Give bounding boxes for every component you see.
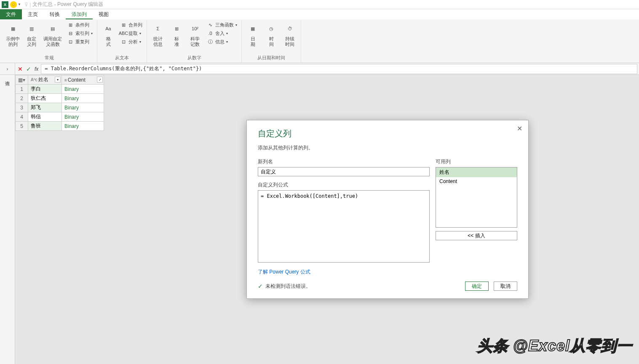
standard-button[interactable]: ⊞标 准: [168, 21, 185, 54]
group-text: Aa格 式 ⊞合并列 ABC提取▾ ⊡分析▾ 从文本: [97, 20, 147, 63]
queries-pane-collapsed[interactable]: 查询: [0, 75, 15, 364]
tab-transform[interactable]: 转换: [44, 9, 66, 19]
watermark: 头条 @Excel从零到一: [477, 336, 632, 356]
column-header-name[interactable]: Aᵇc姓名▾: [28, 75, 62, 85]
group-label-datetime: 从日期和时间: [244, 54, 298, 62]
time-button[interactable]: ◷时 间: [263, 21, 280, 54]
title-bar: X ☺ ▼ ⊽ | 文件汇总 - Power Query 编辑器: [0, 0, 639, 9]
new-column-name-label: 新列名: [258, 158, 430, 165]
table-row[interactable]: 4韩信Binary: [16, 112, 104, 122]
table-row[interactable]: 1李白Binary: [16, 85, 104, 94]
statistics-button[interactable]: Σ统计 信息: [150, 21, 166, 54]
ribbon-tabs: 文件 主页 转换 添加列 视图: [0, 9, 639, 19]
extract-button[interactable]: ABC提取▾: [118, 29, 144, 37]
parse-button[interactable]: ⊡分析▾: [118, 38, 144, 45]
data-grid: ▦▾ Aᵇc姓名▾ ≡Content⤢ 1李白Binary 2狄仁杰Binary…: [15, 75, 104, 131]
group-label-text: 从文本: [100, 54, 144, 62]
list-item[interactable]: Content: [436, 177, 517, 186]
filter-icon[interactable]: ▾: [55, 77, 61, 82]
group-number: Σ统计 信息 ⊞标 准 10²科学 记数 ∿三角函数▾ .0舍入▾ ⓘ信息▾ 从…: [147, 20, 242, 63]
column-header-content[interactable]: ≡Content⤢: [62, 75, 104, 85]
merge-columns-button[interactable]: ⊞合并列: [118, 21, 144, 29]
data-grid-wrap: ▦▾ Aᵇc姓名▾ ≡Content⤢ 1李白Binary 2狄仁杰Binary…: [15, 75, 104, 364]
custom-column-button[interactable]: ▥自定 义列: [23, 21, 40, 54]
formula-input[interactable]: [41, 64, 637, 74]
index-column-button[interactable]: ⊟索引列▾: [65, 29, 94, 37]
table-row[interactable]: 2狄仁杰Binary: [16, 94, 104, 103]
group-label-number: 从数字: [150, 54, 239, 62]
tab-file[interactable]: 文件: [0, 9, 22, 19]
smiley-icon[interactable]: ☺: [10, 1, 17, 8]
duplicate-column-button[interactable]: ⊡重复列: [65, 38, 94, 45]
formula-bar: › ✕ ✓ fx: [0, 63, 639, 75]
tab-home[interactable]: 主页: [22, 9, 44, 19]
insert-button[interactable]: << 插入: [436, 231, 517, 240]
excel-icon: X: [2, 1, 8, 8]
trigonometry-button[interactable]: ∿三角函数▾: [205, 21, 239, 29]
tab-add-column[interactable]: 添加列: [66, 9, 93, 19]
table-row[interactable]: 5鲁班Binary: [16, 122, 104, 131]
rounding-button[interactable]: .0舍入▾: [205, 29, 239, 37]
column-from-examples-button[interactable]: ▦示例中 的列: [4, 21, 21, 54]
tab-view[interactable]: 视图: [93, 9, 115, 19]
expand-icon[interactable]: ⤢: [97, 77, 103, 82]
cancel-formula-icon[interactable]: ✕: [18, 66, 23, 72]
qat-dropdown-icon[interactable]: ▼: [18, 3, 21, 6]
available-columns-list[interactable]: 姓名 Content: [436, 167, 517, 228]
accept-formula-icon[interactable]: ✓: [26, 66, 31, 72]
duration-button[interactable]: ⏱持续 时间: [281, 21, 298, 54]
available-columns-label: 可用列: [436, 158, 517, 165]
table-row[interactable]: 3郑飞Binary: [16, 103, 104, 112]
document-title: 文件汇总: [32, 1, 53, 8]
date-button[interactable]: ▦日 期: [244, 21, 261, 54]
group-label-general: 常规: [4, 54, 94, 62]
information-button[interactable]: ⓘ信息▾: [205, 38, 239, 45]
cancel-button[interactable]: 取消: [494, 282, 517, 291]
learn-more-link[interactable]: 了解 Power Query 公式: [258, 268, 310, 276]
queries-pane-toggle[interactable]: ›: [0, 63, 15, 74]
list-item[interactable]: 姓名: [436, 167, 517, 177]
app-title: Power Query 编辑器: [57, 1, 103, 8]
formula-textarea[interactable]: [258, 190, 430, 263]
table-corner[interactable]: ▦▾: [16, 75, 28, 85]
group-general: ▦示例中 的列 ▥自定 义列 ▤调用自定 义函数 ⊞条件列 ⊟索引列▾ ⊡重复列…: [2, 20, 97, 63]
formula-label: 自定义列公式: [258, 181, 430, 189]
custom-column-dialog: ✕ 自定义列 添加从其他列计算的列。 新列名 自定义列公式 了解 Power Q…: [246, 120, 529, 299]
dialog-title: 自定义列: [258, 128, 517, 139]
dialog-subtitle: 添加从其他列计算的列。: [258, 144, 517, 151]
conditional-column-button[interactable]: ⊞条件列: [65, 21, 94, 29]
format-button[interactable]: Aa格 式: [100, 21, 117, 54]
ok-button[interactable]: 确定: [465, 282, 489, 291]
ribbon: ▦示例中 的列 ▥自定 义列 ▤调用自定 义函数 ⊞条件列 ⊟索引列▾ ⊡重复列…: [0, 19, 639, 63]
group-datetime: ▦日 期 ◷时 间 ⏱持续 时间 从日期和时间: [242, 20, 301, 63]
invoke-custom-function-button[interactable]: ▤调用自定 义函数: [42, 21, 64, 54]
fx-icon: fx: [35, 66, 38, 72]
close-icon[interactable]: ✕: [517, 125, 522, 133]
separator: ⊽ |: [24, 2, 31, 8]
syntax-status: ✓ 未检测到语法错误。: [258, 283, 311, 290]
new-column-name-input[interactable]: [258, 167, 430, 176]
scientific-button[interactable]: 10²科学 记数: [187, 21, 203, 54]
check-icon: ✓: [258, 283, 263, 290]
